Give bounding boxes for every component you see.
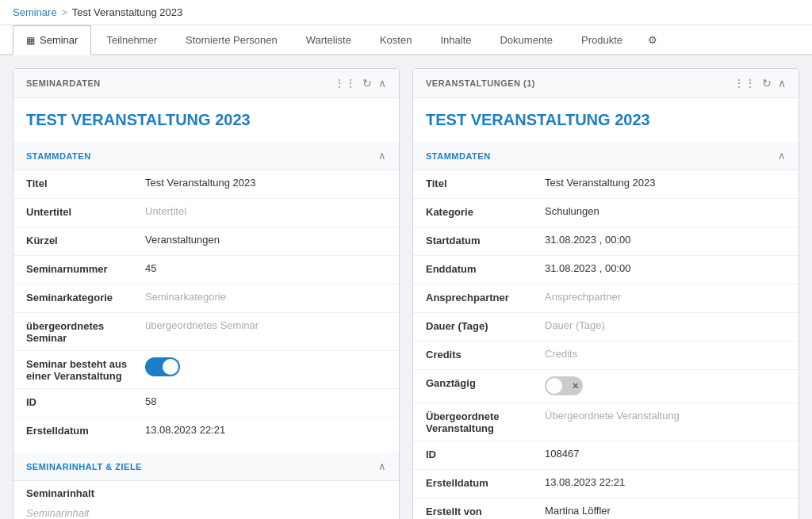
field-id-label: ID [26,395,145,408]
tab-inhalte-label: Inhalte [440,34,471,46]
tabs-bar: ▦ Seminar Teilnehmer Stornierte Personen… [0,25,812,55]
right-panel: VERANSTALTUNGEN (1) ⋮⋮ ↻ ∧ TEST VERANSTA… [412,68,799,519]
field-uebergeordnetes-label: übergeordnetesSeminar [26,319,145,344]
field-titel-label: Titel [26,177,145,189]
r-field-erstelldatum-value: 13.08.2023 22:21 [545,476,786,488]
r-field-credits: Credits Credits [413,342,799,370]
field-untertitel: Untertitel Untertitel [13,199,399,227]
settings-icon: ⚙ [648,34,657,46]
breadcrumb-link[interactable]: Seminare [13,6,57,18]
right-panel-title: VERANSTALTUNGEN (1) [426,78,535,88]
r-field-credits-value: Credits [545,348,786,360]
r-field-ganztagig-label: Ganztägig [426,376,545,389]
toggle-on[interactable] [145,357,180,376]
left-seminarinhalt-label: SEMINARINHALT & ZIELE [26,462,142,471]
field-seminarnummer-label: Seminarnummer [26,262,145,275]
tab-dokumente[interactable]: Dokumente [486,25,565,54]
left-stammdaten-label: STAMMDATEN [26,151,91,161]
seminarinhalt-field-label: Seminarinhalt [13,481,399,501]
collapse-icon[interactable]: ∧ [378,77,386,90]
field-titel-value: Test Veranstaltung 2023 [145,177,386,189]
grid-icon[interactable]: ⋮⋮ [334,77,356,90]
field-id-value: 58 [145,395,386,407]
field-titel: Titel Test Veranstaltung 2023 [13,170,399,199]
left-panel-header: SEMINARDATEN ⋮⋮ ↻ ∧ [13,69,399,98]
r-field-startdatum-label: Startdatum [426,234,545,246]
field-id: ID 58 [13,389,399,418]
left-stammdaten-chevron[interactable]: ∧ [378,150,386,162]
r-field-kategorie-value: Schulungen [545,205,786,217]
tab-warteliste-label: Warteliste [306,34,351,46]
main-content: SEMINARDATEN ⋮⋮ ↻ ∧ TEST VERANSTALTUNG 2… [0,55,812,519]
field-untertitel-label: Untertitel [26,205,145,218]
left-stammdaten-header: STAMMDATEN ∧ [13,142,399,170]
left-seminarinhalt-header: SEMINARINHALT & ZIELE ∧ [13,452,399,481]
left-panel-title: SEMINARDATEN [26,78,101,88]
field-seminarkategorie-value: Seminarkategorie [145,291,386,303]
seminar-icon: ▦ [26,35,35,46]
breadcrumb-separator: > [62,7,67,18]
r-field-erstellt-von-value: Martina Löffler [545,505,786,517]
r-field-ansprechpartner-label: Ansprechpartner [426,291,545,303]
r-field-id-label: ID [426,448,545,460]
tab-teilnehmer-label: Teilnehmer [106,34,157,46]
field-kuerzel: Kürzel Veranstaltungen [13,227,399,256]
right-refresh-icon[interactable]: ↻ [762,77,772,90]
breadcrumb: Seminare > Test Veranstaltung 2023 [0,0,812,25]
right-panel-header: VERANSTALTUNGEN (1) ⋮⋮ ↻ ∧ [413,69,799,98]
right-grid-icon[interactable]: ⋮⋮ [733,77,756,90]
tab-stornierte[interactable]: Stornierte Personen [172,25,291,54]
field-seminarkategorie-label: Seminarkategorie [26,291,145,303]
left-seminarinhalt-content: Seminarinhalt Seminarinhalt Seminarziele [13,481,399,519]
tab-inhalte[interactable]: Inhalte [427,25,485,54]
field-seminarkategorie: Seminarkategorie Seminarkategorie [13,284,399,313]
field-besteht-toggle[interactable] [145,357,386,376]
seminarinhalt-placeholder[interactable]: Seminarinhalt [13,501,399,519]
r-field-enddatum: Enddatum 31.08.2023 , 00:00 [413,256,799,284]
right-section-title: TEST VERANSTALTUNG 2023 [413,98,799,135]
toggle-x-symbol: ✕ [572,381,579,391]
left-panel: SEMINARDATEN ⋮⋮ ↻ ∧ TEST VERANSTALTUNG 2… [13,68,400,519]
right-collapse-icon[interactable]: ∧ [778,77,786,90]
r-field-ansprechpartner-value: Ansprechpartner [545,291,786,303]
tab-dokumente-label: Dokumente [500,34,552,46]
right-stammdaten-chevron[interactable]: ∧ [778,150,786,162]
r-field-ganztagig-toggle[interactable]: ✕ [545,376,786,396]
toggle-off-track[interactable]: ✕ [545,376,583,395]
left-panel-body: TEST VERANSTALTUNG 2023 STAMMDATEN ∧ Tit… [13,98,399,519]
field-seminarnummer-value: 45 [145,262,386,274]
left-seminarinhalt-chevron[interactable]: ∧ [378,460,386,472]
r-field-startdatum-value: 31.08.2023 , 00:00 [545,234,786,246]
r-field-erstelldatum: Erstelldatum 13.08.2023 22:21 [413,470,799,498]
right-panel-body: TEST VERANSTALTUNG 2023 STAMMDATEN ∧ Tit… [413,98,799,519]
r-field-kategorie: Kategorie Schulungen [413,199,799,227]
r-field-credits-label: Credits [426,348,545,361]
field-uebergeordnetes: übergeordnetesSeminar übergeordnetes Sem… [13,313,399,351]
field-untertitel-value: Untertitel [145,205,386,217]
tab-seminar[interactable]: ▦ Seminar [13,25,91,55]
field-besteht-label: Seminar besteht auseiner Veranstaltung [26,357,145,382]
r-field-erstellt-von-label: Erstellt von [426,505,545,517]
refresh-icon[interactable]: ↻ [362,77,372,90]
left-section-title: TEST VERANSTALTUNG 2023 [13,98,399,135]
r-field-dauer: Dauer (Tage) Dauer (Tage) [413,313,799,342]
tab-produkte[interactable]: Produkte [568,25,636,54]
field-kuerzel-value: Veranstaltungen [145,234,386,246]
field-kuerzel-label: Kürzel [26,234,145,246]
tab-kosten[interactable]: Kosten [366,25,425,54]
tab-settings[interactable]: ⚙ [638,25,668,54]
r-field-enddatum-value: 31.08.2023 , 00:00 [545,262,786,274]
toggle-thumb [163,359,178,375]
tab-seminar-label: Seminar [40,34,78,46]
r-field-titel-value: Test Veranstaltung 2023 [545,177,786,189]
r-field-id-value: 108467 [545,448,786,460]
left-panel-actions: ⋮⋮ ↻ ∧ [334,77,386,90]
r-field-uebergeordnete-value: Übergeordnete Veranstaltung [545,410,786,422]
r-field-dauer-label: Dauer (Tage) [426,319,545,332]
tab-teilnehmer[interactable]: Teilnehmer [93,25,170,54]
r-field-id: ID 108467 [413,441,799,470]
field-erstelldatum-label: Erstelldatum [26,424,145,437]
toggle-off-thumb [546,378,562,394]
right-panel-actions: ⋮⋮ ↻ ∧ [733,77,786,90]
tab-warteliste[interactable]: Warteliste [293,25,365,54]
